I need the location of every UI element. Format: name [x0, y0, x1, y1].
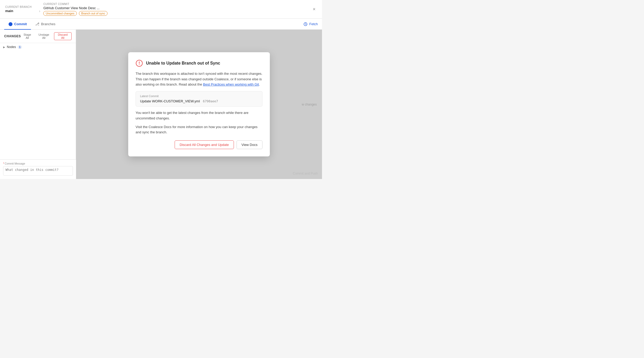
tab-branches-label: Branches [41, 22, 55, 26]
unstage-all-button[interactable]: Unstage All [36, 32, 52, 40]
modal-dialog: Unable to Update Branch out of Sync The … [128, 52, 270, 157]
modal-title: Unable to Update Branch out of Sync [146, 61, 220, 66]
current-commit-section: Current Commit GitHub Customer View Node… [43, 3, 108, 16]
latest-commit-hash: 6790aee7 [203, 99, 218, 103]
best-practices-link[interactable]: Best Practices when working with Git [203, 82, 259, 86]
latest-commit-box: Latest Commit Update WORK-CUSTOMER_VIEW.… [136, 91, 262, 107]
commit-push-label: Commit and Push [293, 172, 318, 175]
header-badges: Uncommitted changes Branch out of sync [43, 11, 108, 16]
current-commit-label: Current Commit [43, 3, 108, 6]
fetch-icon [303, 22, 308, 26]
app-window: Current Branch main › Current Commit Git… [0, 0, 322, 179]
discard-all-changes-button[interactable]: Discard All Changes and Update [175, 140, 234, 149]
modal-header: Unable to Update Branch out of Sync [136, 60, 262, 67]
discard-all-button[interactable]: Discard All [54, 32, 72, 40]
current-commit-value: GitHub Customer View Node Desc ... [43, 6, 108, 10]
tab-branches[interactable]: ⎇ Branches [31, 19, 60, 30]
tab-commit-label: Commit [14, 22, 27, 26]
changes-title: Changes [4, 34, 21, 38]
modal-body-text: The branch this workspace is attached to… [136, 71, 262, 87]
latest-commit-label: Latest Commit [140, 94, 258, 98]
commit-push-icon [288, 172, 292, 175]
nodes-count-badge: 1 [18, 45, 22, 49]
commit-message-input[interactable] [3, 166, 73, 176]
tabs-bar: ⬤ Commit ⎇ Branches Fetch [0, 19, 322, 30]
main-content: Changes Stage All Unstage All Discard Al… [0, 30, 322, 179]
current-branch-section: Current Branch main [5, 6, 32, 13]
close-button[interactable]: × [310, 6, 318, 13]
header: Current Branch main › Current Commit Git… [0, 0, 322, 19]
tab-commit[interactable]: ⬤ Commit [4, 19, 31, 30]
stage-all-button[interactable]: Stage All [21, 32, 34, 40]
error-icon [136, 60, 143, 67]
commit-message-label: * Commit Message [3, 162, 73, 165]
branch-arrow-icon: › [39, 9, 40, 13]
sidebar: Changes Stage All Unstage All Discard Al… [0, 30, 76, 179]
view-docs-button[interactable]: View Docs [237, 140, 262, 149]
latest-commit-row: Update WORK-CUSTOMER_VIEW.yml 6790aee7 [140, 99, 258, 103]
fetch-button[interactable]: Fetch [303, 22, 318, 26]
current-branch-label: Current Branch [5, 6, 32, 8]
fetch-label: Fetch [309, 22, 318, 26]
commit-icon: ⬤ [8, 22, 13, 26]
nodes-row[interactable]: ▶ Nodes 1 [0, 43, 76, 51]
commit-area: * Commit Message [0, 159, 76, 179]
right-content: w changes Unable to Update Branch out of… [76, 30, 322, 179]
latest-commit-message: Update WORK-CUSTOMER_VIEW.yml [140, 99, 200, 103]
commit-label-text: Commit Message [5, 162, 25, 165]
nodes-label: Nodes [7, 45, 16, 49]
modal-actions: Discard All Changes and Update View Docs [136, 140, 262, 149]
changes-header: Changes Stage All Unstage All Discard Al… [0, 30, 76, 43]
modal-warning-2: Visit the Coalesce Docs for more informa… [136, 124, 262, 135]
current-branch-value: main [5, 9, 32, 13]
modal-overlay: Unable to Update Branch out of Sync The … [76, 30, 322, 179]
svg-point-3 [139, 64, 139, 65]
chevron-icon: ▶ [3, 46, 5, 49]
modal-warning-1: You won't be able to get the latest chan… [136, 110, 262, 121]
commit-and-push-button[interactable]: Commit and Push [288, 172, 318, 175]
changes-actions: Stage All Unstage All Discard All [21, 32, 72, 40]
required-star: * [3, 162, 4, 165]
branches-icon: ⎇ [35, 22, 39, 26]
uncommitted-badge: Uncommitted changes [43, 11, 77, 16]
out-of-sync-badge: Branch out of sync [79, 11, 108, 16]
